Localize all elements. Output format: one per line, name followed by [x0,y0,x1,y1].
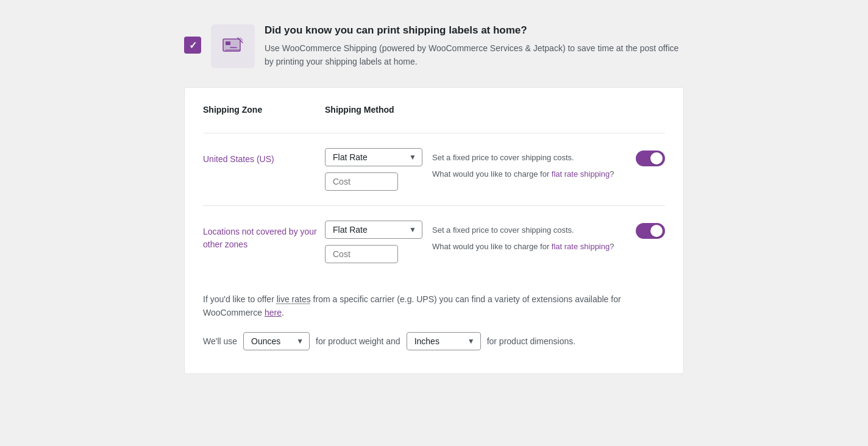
here-link[interactable]: here [265,308,282,317]
col-method-header: Shipping Method [325,105,665,115]
banner: Did you know you can print shipping labe… [184,18,684,75]
unit-row: We'll use Ounces Pounds Grams Kilograms … [203,332,665,350]
method-select-wrapper-us: Flat Rate Free Shipping Local Pickup ▼ [325,148,422,166]
method-description-other: Set a fixed price to cover shipping cost… [432,221,626,253]
toggle-other[interactable] [636,223,665,239]
zone-name-other: Locations not covered by your other zone… [203,221,325,251]
zone-method-area-us: Flat Rate Free Shipping Local Pickup ▼ S… [325,148,665,191]
desc-cost-other: What would you like to charge for flat r… [432,241,626,253]
zone-row-other: Locations not covered by your other zone… [203,205,665,278]
main-container: Did you know you can print shipping labe… [184,18,684,374]
zone-name-us: United States (US) [203,148,325,166]
banner-text: Did you know you can print shipping labe… [265,24,684,69]
flat-rate-highlight-us: flat rate shipping [552,169,610,179]
weight-select-wrapper: Ounces Pounds Grams Kilograms ▼ [243,332,310,350]
shipping-card: Shipping Zone Shipping Method United Sta… [184,87,684,374]
cost-input-other[interactable] [325,245,398,263]
live-rates-span: live rates [277,294,311,304]
weight-select[interactable]: Ounces Pounds Grams Kilograms [243,332,310,350]
unit-dimension-label: for product dimensions. [487,336,576,346]
toggle-us[interactable] [636,150,665,166]
method-controls-us: Flat Rate Free Shipping Local Pickup ▼ [325,148,422,191]
zone-row-us: United States (US) Flat Rate Free Shippi… [203,133,665,205]
unit-weight-label: for product weight and [316,336,400,346]
unit-prefix-label: We'll use [203,336,237,346]
toggle-track-us [636,150,665,166]
dimension-select-wrapper: Inches Centimeters ▼ [407,332,481,350]
method-select-wrapper-other: Flat Rate Free Shipping Local Pickup ▼ [325,221,422,239]
desc-cost-us: What would you like to charge for flat r… [432,168,626,180]
method-select-us[interactable]: Flat Rate Free Shipping Local Pickup [325,148,422,166]
banner-icon [211,24,255,68]
footer-section: If you'd like to offer live rates from a… [203,278,665,356]
dimension-select[interactable]: Inches Centimeters [407,332,481,350]
banner-description: Use WooCommerce Shipping (powered by Woo… [265,41,684,69]
toggle-thumb-other [650,225,663,237]
toggle-area-us[interactable] [636,148,665,166]
method-description-us: Set a fixed price to cover shipping cost… [432,148,626,180]
method-select-other[interactable]: Flat Rate Free Shipping Local Pickup [325,221,422,239]
desc-main-other: Set a fixed price to cover shipping cost… [432,224,626,236]
cost-input-us[interactable] [325,172,398,191]
col-zone-header: Shipping Zone [203,105,325,115]
toggle-track-other [636,223,665,239]
desc-main-us: Set a fixed price to cover shipping cost… [432,152,626,164]
banner-checkbox[interactable] [184,37,201,54]
banner-title: Did you know you can print shipping labe… [265,24,684,37]
toggle-thumb-us [650,152,663,165]
table-header: Shipping Zone Shipping Method [203,105,665,121]
svg-rect-1 [226,41,230,45]
toggle-area-other[interactable] [636,221,665,239]
flat-rate-highlight-other: flat rate shipping [552,242,610,251]
method-controls-other: Flat Rate Free Shipping Local Pickup ▼ [325,221,422,263]
zone-method-area-other: Flat Rate Free Shipping Local Pickup ▼ S… [325,221,665,263]
svg-rect-0 [223,39,240,51]
footer-live-rates-text: If you'd like to offer live rates from a… [203,292,665,320]
